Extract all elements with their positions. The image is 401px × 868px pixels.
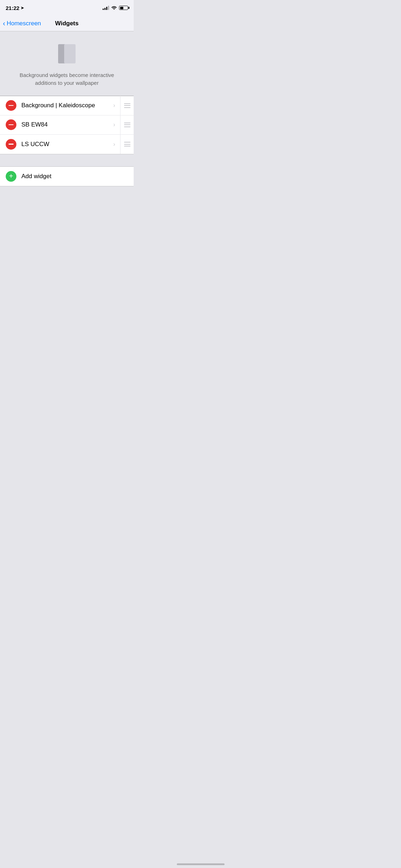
widget-placeholder-icon (56, 41, 78, 66)
chevron-right-icon-2: › (113, 122, 115, 128)
wifi-icon (111, 5, 117, 11)
back-button[interactable]: ‹ Homescreen (3, 20, 41, 27)
remove-button-1[interactable] (6, 100, 16, 111)
status-time: 21:22 ➤ (6, 5, 24, 11)
status-icons (103, 5, 128, 11)
drag-handle-3[interactable] (120, 135, 134, 154)
list-item[interactable]: SB EW84 › (0, 115, 134, 135)
svg-rect-1 (64, 44, 76, 63)
bottom-area (0, 186, 134, 329)
nav-bar: ‹ Homescreen Widgets (0, 16, 134, 31)
signal-icon (103, 6, 109, 10)
remove-button-2[interactable] (6, 119, 16, 130)
add-widget-label: Add widget (21, 173, 51, 180)
item-label-1: Background | Kaleidoscope (21, 102, 113, 109)
add-widget-item[interactable]: Add widget (0, 167, 134, 186)
remove-button-3[interactable] (6, 139, 16, 150)
back-label: Homescreen (7, 20, 41, 27)
time-display: 21:22 (6, 5, 19, 11)
drag-handle-1[interactable] (120, 96, 134, 115)
list-item[interactable]: LS UCCW › (0, 135, 134, 154)
page-title: Widgets (55, 20, 79, 27)
status-bar: 21:22 ➤ (0, 0, 134, 16)
add-widget-section: Add widget (0, 167, 134, 186)
section-gap (0, 154, 134, 167)
drag-handle-2[interactable] (120, 115, 134, 134)
battery-icon (119, 6, 128, 10)
list-item[interactable]: Background | Kaleidoscope › (0, 96, 134, 115)
widget-list: Background | Kaleidoscope › SB EW84 › LS… (0, 96, 134, 154)
item-label-3: LS UCCW (21, 141, 113, 148)
chevron-left-icon: ‹ (3, 20, 5, 27)
chevron-right-icon-1: › (113, 102, 115, 109)
header-section: Background widgets become interactive ad… (0, 31, 134, 96)
item-label-2: SB EW84 (21, 121, 113, 128)
add-button[interactable] (6, 171, 16, 182)
location-arrow-icon: ➤ (21, 6, 24, 10)
chevron-right-icon-3: › (113, 141, 115, 148)
header-description: Background widgets become interactive ad… (17, 71, 117, 87)
